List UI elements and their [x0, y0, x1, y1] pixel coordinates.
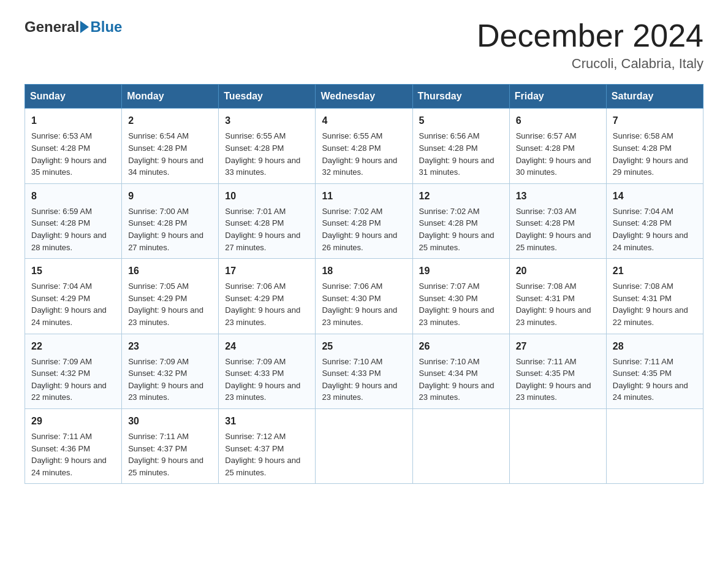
day-info: Sunrise: 7:09 AMSunset: 4:32 PMDaylight:… — [31, 357, 107, 402]
day-info: Sunrise: 6:55 AMSunset: 4:28 PMDaylight:… — [225, 131, 300, 177]
day-info: Sunrise: 7:02 AMSunset: 4:28 PMDaylight:… — [322, 207, 397, 252]
day-number: 17 — [225, 264, 309, 278]
day-number: 29 — [31, 414, 115, 428]
logo: General Blue — [25, 18, 122, 36]
day-number: 18 — [322, 264, 406, 278]
day-info: Sunrise: 6:54 AMSunset: 4:28 PMDaylight:… — [128, 131, 203, 177]
week-row-4: 22Sunrise: 7:09 AMSunset: 4:32 PMDayligh… — [25, 334, 703, 408]
table-row: 4Sunrise: 6:55 AMSunset: 4:28 PMDaylight… — [316, 109, 412, 183]
day-info: Sunrise: 7:11 AMSunset: 4:37 PMDaylight:… — [128, 432, 203, 477]
day-number: 22 — [31, 339, 115, 353]
day-info: Sunrise: 7:04 AMSunset: 4:28 PMDaylight:… — [613, 207, 688, 252]
day-info: Sunrise: 7:06 AMSunset: 4:29 PMDaylight:… — [225, 282, 300, 327]
day-number: 19 — [419, 264, 503, 278]
table-row: 29Sunrise: 7:11 AMSunset: 4:36 PMDayligh… — [25, 408, 122, 483]
day-number: 26 — [419, 339, 503, 353]
col-monday: Monday — [122, 85, 219, 109]
week-row-3: 15Sunrise: 7:04 AMSunset: 4:29 PMDayligh… — [25, 259, 703, 334]
day-info: Sunrise: 7:00 AMSunset: 4:28 PMDaylight:… — [128, 207, 203, 252]
col-saturday: Saturday — [606, 85, 703, 109]
day-info: Sunrise: 7:05 AMSunset: 4:29 PMDaylight:… — [128, 282, 203, 327]
day-number: 20 — [516, 264, 600, 278]
table-row: 9Sunrise: 7:00 AMSunset: 4:28 PMDaylight… — [122, 183, 219, 258]
table-row: 23Sunrise: 7:09 AMSunset: 4:32 PMDayligh… — [122, 334, 219, 408]
table-row: 21Sunrise: 7:08 AMSunset: 4:31 PMDayligh… — [606, 259, 703, 334]
day-number: 8 — [31, 189, 115, 203]
col-thursday: Thursday — [412, 85, 509, 109]
table-row: 17Sunrise: 7:06 AMSunset: 4:29 PMDayligh… — [219, 259, 316, 334]
day-info: Sunrise: 7:07 AMSunset: 4:30 PMDaylight:… — [419, 282, 495, 327]
day-number: 21 — [613, 264, 697, 278]
day-info: Sunrise: 7:11 AMSunset: 4:35 PMDaylight:… — [516, 357, 591, 402]
table-row: 22Sunrise: 7:09 AMSunset: 4:32 PMDayligh… — [25, 334, 122, 408]
day-info: Sunrise: 7:06 AMSunset: 4:30 PMDaylight:… — [322, 282, 397, 327]
day-number: 25 — [322, 339, 406, 353]
table-row: 1Sunrise: 6:53 AMSunset: 4:28 PMDaylight… — [25, 109, 122, 183]
day-info: Sunrise: 6:58 AMSunset: 4:28 PMDaylight:… — [613, 131, 688, 177]
table-row — [412, 408, 509, 483]
logo-arrow-icon — [80, 21, 89, 33]
table-row: 8Sunrise: 6:59 AMSunset: 4:28 PMDaylight… — [25, 183, 122, 258]
day-info: Sunrise: 6:56 AMSunset: 4:28 PMDaylight:… — [419, 131, 495, 177]
col-wednesday: Wednesday — [316, 85, 412, 109]
day-info: Sunrise: 7:09 AMSunset: 4:32 PMDaylight:… — [128, 357, 203, 402]
table-row: 31Sunrise: 7:12 AMSunset: 4:37 PMDayligh… — [219, 408, 316, 483]
table-row: 16Sunrise: 7:05 AMSunset: 4:29 PMDayligh… — [122, 259, 219, 334]
month-title: December 2024 — [477, 18, 703, 53]
day-number: 5 — [419, 113, 503, 128]
day-number: 24 — [225, 339, 309, 353]
table-row: 27Sunrise: 7:11 AMSunset: 4:35 PMDayligh… — [509, 334, 606, 408]
week-row-2: 8Sunrise: 6:59 AMSunset: 4:28 PMDaylight… — [25, 183, 703, 258]
logo-general-text: General — [25, 18, 79, 36]
table-row: 15Sunrise: 7:04 AMSunset: 4:29 PMDayligh… — [25, 259, 122, 334]
table-row — [316, 408, 412, 483]
location-text: Crucoli, Calabria, Italy — [477, 56, 703, 72]
table-row: 11Sunrise: 7:02 AMSunset: 4:28 PMDayligh… — [316, 183, 412, 258]
title-section: December 2024 Crucoli, Calabria, Italy — [477, 18, 703, 72]
week-row-5: 29Sunrise: 7:11 AMSunset: 4:36 PMDayligh… — [25, 408, 703, 483]
col-friday: Friday — [509, 85, 606, 109]
day-info: Sunrise: 6:57 AMSunset: 4:28 PMDaylight:… — [516, 131, 591, 177]
day-info: Sunrise: 6:59 AMSunset: 4:28 PMDaylight:… — [31, 207, 107, 252]
col-sunday: Sunday — [25, 85, 122, 109]
day-info: Sunrise: 7:12 AMSunset: 4:37 PMDaylight:… — [225, 432, 300, 477]
day-number: 27 — [516, 339, 600, 353]
table-row: 10Sunrise: 7:01 AMSunset: 4:28 PMDayligh… — [219, 183, 316, 258]
table-row: 28Sunrise: 7:11 AMSunset: 4:35 PMDayligh… — [606, 334, 703, 408]
table-row: 26Sunrise: 7:10 AMSunset: 4:34 PMDayligh… — [412, 334, 509, 408]
week-row-1: 1Sunrise: 6:53 AMSunset: 4:28 PMDaylight… — [25, 109, 703, 183]
table-row: 2Sunrise: 6:54 AMSunset: 4:28 PMDaylight… — [122, 109, 219, 183]
day-info: Sunrise: 7:11 AMSunset: 4:36 PMDaylight:… — [31, 432, 107, 477]
day-number: 16 — [128, 264, 212, 278]
table-row — [509, 408, 606, 483]
day-number: 30 — [128, 414, 212, 428]
day-number: 23 — [128, 339, 212, 353]
table-row: 30Sunrise: 7:11 AMSunset: 4:37 PMDayligh… — [122, 408, 219, 483]
header-row: Sunday Monday Tuesday Wednesday Thursday… — [25, 85, 703, 109]
day-info: Sunrise: 6:55 AMSunset: 4:28 PMDaylight:… — [322, 131, 397, 177]
table-row: 6Sunrise: 6:57 AMSunset: 4:28 PMDaylight… — [509, 109, 606, 183]
day-number: 3 — [225, 113, 309, 128]
day-info: Sunrise: 7:04 AMSunset: 4:29 PMDaylight:… — [31, 282, 107, 327]
day-info: Sunrise: 7:11 AMSunset: 4:35 PMDaylight:… — [613, 357, 688, 402]
day-number: 11 — [322, 189, 406, 203]
table-row: 7Sunrise: 6:58 AMSunset: 4:28 PMDaylight… — [606, 109, 703, 183]
day-number: 7 — [613, 113, 697, 128]
day-info: Sunrise: 7:08 AMSunset: 4:31 PMDaylight:… — [516, 282, 591, 327]
table-row — [606, 408, 703, 483]
day-number: 28 — [613, 339, 697, 353]
table-row: 13Sunrise: 7:03 AMSunset: 4:28 PMDayligh… — [509, 183, 606, 258]
day-number: 4 — [322, 113, 406, 128]
day-number: 14 — [613, 189, 697, 203]
day-number: 15 — [31, 264, 115, 278]
day-number: 10 — [225, 189, 309, 203]
day-info: Sunrise: 7:01 AMSunset: 4:28 PMDaylight:… — [225, 207, 300, 252]
table-row: 3Sunrise: 6:55 AMSunset: 4:28 PMDaylight… — [219, 109, 316, 183]
table-row: 25Sunrise: 7:10 AMSunset: 4:33 PMDayligh… — [316, 334, 412, 408]
col-tuesday: Tuesday — [219, 85, 316, 109]
page-header: General Blue December 2024 Crucoli, Cala… — [25, 18, 703, 72]
day-info: Sunrise: 7:03 AMSunset: 4:28 PMDaylight:… — [516, 207, 591, 252]
table-row: 20Sunrise: 7:08 AMSunset: 4:31 PMDayligh… — [509, 259, 606, 334]
calendar-table: Sunday Monday Tuesday Wednesday Thursday… — [25, 84, 703, 484]
day-number: 6 — [516, 113, 600, 128]
